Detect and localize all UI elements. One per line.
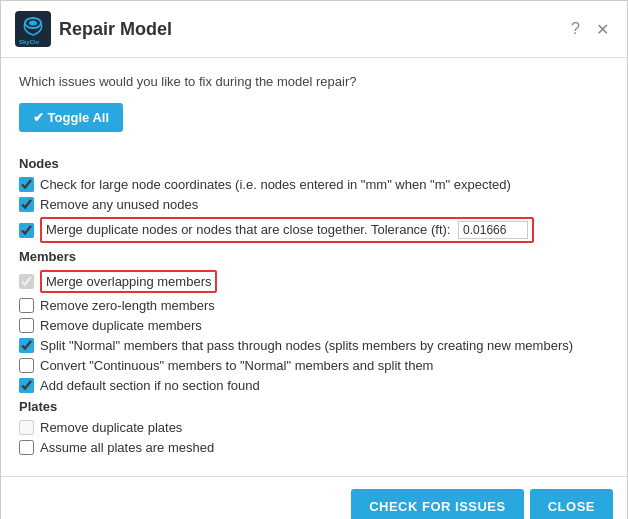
assume-meshed-label: Assume all plates are meshed — [40, 440, 214, 455]
split-normal-checkbox[interactable] — [19, 338, 34, 353]
checkbox-dup-members: Remove duplicate members — [19, 318, 609, 333]
close-x-button[interactable]: ✕ — [592, 18, 613, 41]
checkbox-large-node-coords: Check for large node coordinates (i.e. n… — [19, 177, 609, 192]
nodes-section-label: Nodes — [19, 156, 609, 171]
merge-overlapping-highlighted: Merge overlapping members — [40, 270, 217, 293]
large-node-coords-label: Check for large node coordinates (i.e. n… — [40, 177, 511, 192]
plates-section-label: Plates — [19, 399, 609, 414]
merge-dup-nodes-checkbox[interactable] — [19, 223, 34, 238]
help-button[interactable]: ? — [567, 18, 584, 40]
dialog-footer: CHECK FOR ISSUES CLOSE — [1, 476, 627, 519]
close-button[interactable]: CLOSE — [530, 489, 613, 519]
tolerance-input[interactable] — [458, 221, 528, 239]
merge-overlapping-checkbox[interactable] — [19, 274, 34, 289]
checkbox-zero-length: Remove zero-length members — [19, 298, 609, 313]
dialog-header: SkyCiv Repair Model ? ✕ — [1, 1, 627, 58]
checkbox-merge-dup-nodes-row: Merge duplicate nodes or nodes that are … — [19, 217, 609, 243]
checkbox-split-normal: Split "Normal" members that pass through… — [19, 338, 609, 353]
unused-nodes-label: Remove any unused nodes — [40, 197, 198, 212]
repair-model-dialog: SkyCiv Repair Model ? ✕ Which issues wou… — [0, 0, 628, 519]
dup-members-label: Remove duplicate members — [40, 318, 202, 333]
large-node-coords-checkbox[interactable] — [19, 177, 34, 192]
default-section-label: Add default section if no section found — [40, 378, 260, 393]
toggle-all-button[interactable]: ✔ Toggle All — [19, 103, 123, 132]
dup-plates-label: Remove duplicate plates — [40, 420, 182, 435]
assume-meshed-checkbox[interactable] — [19, 440, 34, 455]
default-section-checkbox[interactable] — [19, 378, 34, 393]
subtitle-text: Which issues would you like to fix durin… — [19, 74, 609, 89]
checkbox-convert-continuous: Convert "Continuous" members to "Normal"… — [19, 358, 609, 373]
convert-continuous-label: Convert "Continuous" members to "Normal"… — [40, 358, 433, 373]
merge-overlapping-label: Merge overlapping members — [46, 274, 211, 289]
skyciv-logo: SkyCiv — [15, 11, 51, 47]
checkbox-assume-meshed: Assume all plates are meshed — [19, 440, 609, 455]
checkbox-dup-plates: Remove duplicate plates — [19, 420, 609, 435]
zero-length-label: Remove zero-length members — [40, 298, 215, 313]
dialog-title: Repair Model — [59, 19, 559, 40]
zero-length-checkbox[interactable] — [19, 298, 34, 313]
svg-point-2 — [29, 21, 37, 26]
merge-dup-nodes-label: Merge duplicate nodes or nodes that are … — [46, 222, 450, 237]
checkbox-merge-overlapping-row: Merge overlapping members — [19, 270, 609, 293]
header-icons: ? ✕ — [567, 18, 613, 41]
unused-nodes-checkbox[interactable] — [19, 197, 34, 212]
merge-dup-nodes-highlighted: Merge duplicate nodes or nodes that are … — [40, 217, 534, 243]
split-normal-label: Split "Normal" members that pass through… — [40, 338, 573, 353]
convert-continuous-checkbox[interactable] — [19, 358, 34, 373]
dup-plates-checkbox[interactable] — [19, 420, 34, 435]
members-section-label: Members — [19, 249, 609, 264]
dup-members-checkbox[interactable] — [19, 318, 34, 333]
check-for-issues-button[interactable]: CHECK FOR ISSUES — [351, 489, 524, 519]
dialog-body: Which issues would you like to fix durin… — [1, 58, 627, 476]
checkbox-unused-nodes: Remove any unused nodes — [19, 197, 609, 212]
checkbox-default-section: Add default section if no section found — [19, 378, 609, 393]
svg-text:SkyCiv: SkyCiv — [19, 39, 40, 45]
